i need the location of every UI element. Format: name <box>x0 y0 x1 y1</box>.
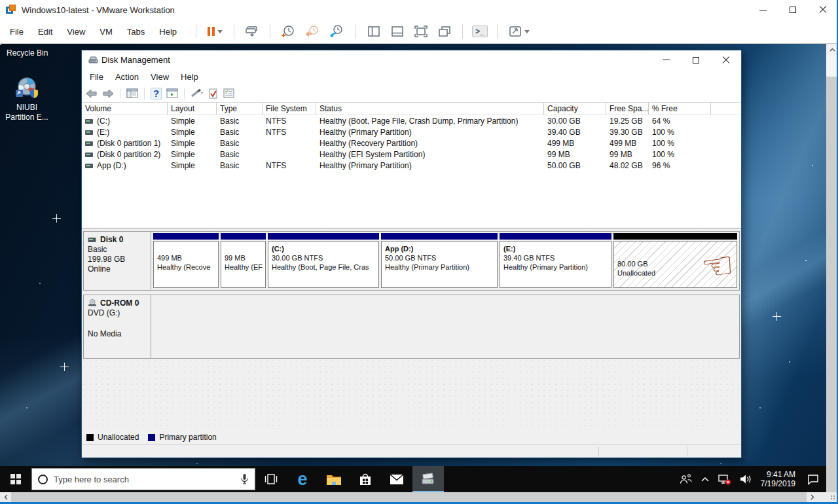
console-view-button[interactable]: >_ <box>472 26 488 37</box>
vm-display: Recycle Bin NIUBI Partition E... <box>0 44 826 492</box>
search-input[interactable] <box>54 475 234 484</box>
forward-arrow-icon <box>102 89 114 98</box>
take-snapshot-button[interactable] <box>280 24 297 39</box>
partition-recovery[interactable]: 499 MB Healthy (Recove <box>153 233 219 288</box>
taskbar-mail-button[interactable] <box>381 466 412 492</box>
volume-row-e[interactable]: (E:) Simple Basic NTFS Healthy (Primary … <box>82 126 741 137</box>
disk-management-window: Disk Management File Action View Help <box>81 50 742 458</box>
fullscreen-button[interactable] <box>412 24 429 39</box>
snapshot-manager-button[interactable] <box>328 24 346 39</box>
action-pane-toggle-button[interactable] <box>166 88 178 98</box>
partition-efi[interactable]: 99 MB Healthy (EF <box>221 233 266 288</box>
back-button[interactable] <box>86 89 98 98</box>
dm-menu-view[interactable]: View <box>145 70 175 84</box>
column-header-free-space[interactable]: Free Spa... <box>606 103 649 115</box>
back-arrow-icon <box>86 89 98 98</box>
thumbnail-bar-icon <box>391 26 404 37</box>
volume-icon <box>85 118 94 124</box>
console-tree-toggle-button[interactable] <box>126 88 138 98</box>
scroll-right-button[interactable] <box>807 492 818 502</box>
dm-menu-file[interactable]: File <box>84 70 109 84</box>
cdrom-status: No Media <box>88 329 147 339</box>
volume-row-partition1[interactable]: (Disk 0 partition 1) Simple Basic Health… <box>82 137 741 149</box>
dm-menu-help[interactable]: Help <box>175 70 204 84</box>
column-header-type[interactable]: Type <box>217 103 263 115</box>
scroll-left-button[interactable] <box>0 492 11 502</box>
column-header-layout[interactable]: Layout <box>168 103 217 115</box>
action-pane-icon <box>166 88 178 98</box>
revert-snapshot-button[interactable] <box>303 24 321 39</box>
vmware-close-button[interactable] <box>808 0 838 20</box>
volume-row-app-d[interactable]: App (D:) Simple Basic NTFS Healthy (Prim… <box>82 160 741 171</box>
chevron-down-icon[interactable] <box>524 30 530 33</box>
taskbar-disk-management-button[interactable] <box>412 466 444 492</box>
vmware-menu-view[interactable]: View <box>60 23 92 41</box>
column-header-volume[interactable]: Volume <box>82 103 168 115</box>
rescan-tool-button[interactable] <box>191 88 204 98</box>
partition-app-d[interactable]: App (D:) 50.00 GB NTFS Healthy (Primary … <box>381 233 498 288</box>
taskbar-store-button[interactable] <box>350 466 381 492</box>
vmware-menu-help[interactable]: Help <box>152 23 184 41</box>
microphone-icon[interactable] <box>240 473 249 485</box>
partition-color-bar <box>381 233 498 240</box>
column-header-file-system[interactable]: File System <box>263 103 316 115</box>
partition-e[interactable]: (E:) 39.40 GB NTFS Healthy (Primary Part… <box>500 233 611 288</box>
tray-clock[interactable]: 9:41 AM 7/19/2019 <box>761 470 795 488</box>
taskbar-file-explorer-button[interactable] <box>318 466 350 492</box>
network-error-icon[interactable] <box>718 474 731 485</box>
dm-menu-action[interactable]: Action <box>109 70 145 84</box>
partition-c[interactable]: (C:) 30.00 GB NTFS Healthy (Boot, Page F… <box>268 233 379 288</box>
store-icon <box>359 473 372 486</box>
vmware-menu-vm[interactable]: VM <box>92 23 120 41</box>
help-button[interactable]: ? <box>151 88 162 99</box>
fit-guest-button[interactable] <box>507 24 532 39</box>
forward-button[interactable] <box>102 89 114 98</box>
volume-speaker-icon[interactable] <box>740 474 752 484</box>
edge-icon: e <box>297 471 307 488</box>
disk-management-app-icon <box>88 56 99 65</box>
disk0-info[interactable]: Disk 0 Basic 199.98 GB Online <box>84 232 151 290</box>
volume-row-c[interactable]: (C:) Simple Basic NTFS Healthy (Boot, Pa… <box>82 115 741 126</box>
desktop-icon-niubi-partition-editor[interactable]: NIUBI Partition E... <box>1 75 52 122</box>
vmware-menu-tabs[interactable]: Tabs <box>120 23 152 41</box>
action-center-icon[interactable] <box>807 474 820 485</box>
desktop-icon-recycle-bin[interactable]: Recycle Bin <box>7 48 48 58</box>
dm-minimize-button[interactable] <box>651 50 681 70</box>
vmware-menu-edit[interactable]: Edit <box>31 23 60 41</box>
column-header-pct-free[interactable]: % Free <box>649 103 711 115</box>
vm-horizontal-scrollbar[interactable] <box>0 492 838 502</box>
list-view-button[interactable] <box>223 88 234 98</box>
tray-chevron-up-icon[interactable] <box>701 476 710 482</box>
partition-unallocated[interactable]: 80.00 GB Unallocated ☜ <box>613 233 737 288</box>
show-library-button[interactable] <box>365 24 382 39</box>
vmware-maximize-button[interactable] <box>778 0 808 20</box>
task-view-button[interactable] <box>255 466 287 492</box>
legend-unallocated: Unallocated <box>86 433 139 442</box>
chevron-down-icon[interactable] <box>217 30 223 33</box>
column-header-capacity[interactable]: Capacity <box>544 103 606 115</box>
horizontal-scroll-thumb[interactable] <box>11 492 807 502</box>
dm-maximize-button[interactable] <box>681 50 711 70</box>
vmware-minimize-button[interactable] <box>748 0 778 20</box>
check-task-button[interactable] <box>208 88 219 99</box>
show-thumbnail-bar-button[interactable] <box>389 24 406 39</box>
windows-logo-icon <box>10 474 21 484</box>
vmware-menu-file[interactable]: File <box>3 23 31 41</box>
vm-power-pause-button[interactable] <box>206 26 225 37</box>
column-header-status[interactable]: Status <box>316 103 544 115</box>
cdrom-media: DVD (G:) <box>88 308 147 318</box>
taskbar-edge-button[interactable]: e <box>287 466 318 492</box>
dm-close-button[interactable] <box>711 50 741 70</box>
legend-primary-partition: Primary partition <box>148 433 216 442</box>
unity-mode-button[interactable] <box>436 24 453 39</box>
people-icon[interactable] <box>680 474 692 484</box>
niubi-app-icon <box>14 75 39 100</box>
taskbar-search[interactable] <box>31 468 255 490</box>
column-header-blank <box>711 103 741 115</box>
volume-row-partition2[interactable]: (Disk 0 partition 2) Simple Basic Health… <box>82 149 741 160</box>
send-ctrl-alt-del-button[interactable] <box>244 24 261 39</box>
cdrom-info[interactable]: CD-ROM 0 DVD (G:) No Media <box>84 295 151 358</box>
start-button[interactable] <box>0 466 31 492</box>
resize-grip[interactable] <box>830 495 835 500</box>
mail-icon <box>390 474 404 485</box>
